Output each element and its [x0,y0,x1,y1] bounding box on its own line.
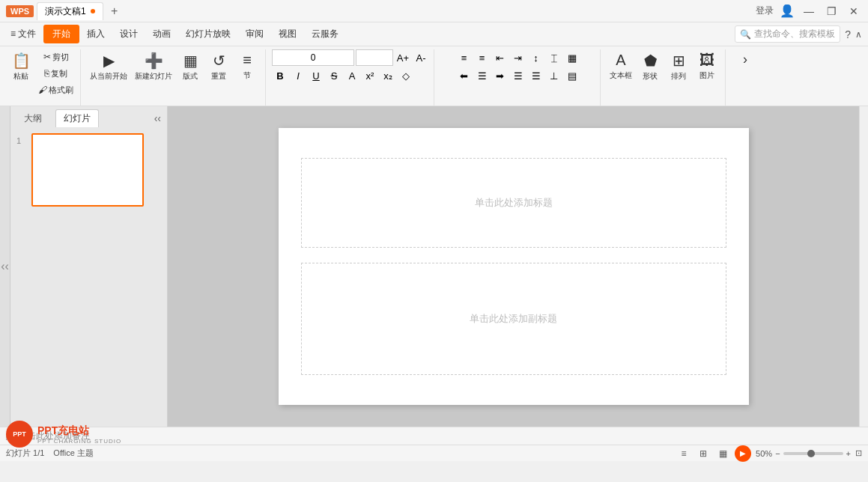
help-button[interactable]: ? [845,28,851,40]
format-painter-button[interactable]: 🖌 格式刷 [36,82,76,97]
menu-file[interactable]: ≡ 文件 [3,25,43,43]
login-button[interactable]: 登录 [756,4,774,17]
play-from-current-button[interactable]: ▶ 从当前开始 [87,49,130,84]
font-size-input[interactable] [272,49,354,66]
font-name-input[interactable] [356,49,393,66]
layout-label: 版式 [183,71,198,82]
new-slide-button[interactable]: ➕ 新建幻灯片 [132,49,175,84]
subtitle-placeholder[interactable]: 单击此处添加副标题 [301,263,726,375]
grid-view-button[interactable]: ⊞ [696,448,711,460]
search-box[interactable]: 🔍 查找命令、搜索模板 [735,25,840,43]
reader-view-button[interactable]: ▦ [715,448,730,460]
slide-canvas[interactable]: 单击此处添加标题 单击此处添加副标题 [279,128,749,405]
cut-button[interactable]: ✂ 剪切 [36,49,76,64]
more-button[interactable]: › [732,49,759,70]
canvas-area: 单击此处添加标题 单击此处添加副标题 [168,106,859,427]
menu-review[interactable]: 审阅 [238,25,271,43]
menu-slideshow[interactable]: 幻灯片放映 [178,25,238,43]
superscript-button[interactable]: x² [362,67,378,84]
menu-animation-label: 动画 [153,28,171,39]
paste-icon: 📋 [12,52,31,70]
textbox-icon: A [616,52,625,69]
zoom-thumb [807,450,815,457]
user-icon[interactable]: 👤 [780,4,795,18]
line-spacing-button[interactable]: ↕ [528,49,544,66]
vertical-align-button[interactable]: ⊥ [546,67,562,84]
title-placeholder[interactable]: 单击此处添加标题 [301,158,726,248]
wps-logo[interactable]: WPS [6,5,34,17]
slide-thumbnail[interactable] [31,133,144,207]
tab-outline[interactable]: 大纲 [16,110,49,127]
smart-art-button[interactable]: ▤ [564,67,580,84]
menu-design[interactable]: 设计 [112,25,145,43]
tab-slides[interactable]: 幻灯片 [55,109,99,127]
layout-icon: ▦ [183,52,198,70]
minimize-button[interactable]: — [801,3,817,19]
textbox-label: 文本框 [610,70,632,81]
justify-button[interactable]: ☰ [510,67,526,84]
bold-button[interactable]: B [272,67,288,84]
bullets-button[interactable]: ≡ [456,49,473,66]
restore-button[interactable]: ❐ [823,3,840,19]
underline-button[interactable]: U [308,67,324,84]
menu-insert[interactable]: 插入 [79,25,112,43]
italic-button[interactable]: I [290,67,306,84]
format-row: B I U S A x² x₂ ◇ [272,67,414,84]
menu-view[interactable]: 视图 [271,25,304,43]
increase-indent-button[interactable]: ⇥ [510,49,526,66]
strikethrough-button[interactable]: S [326,67,342,84]
clear-format-button[interactable]: ◇ [398,67,414,84]
zoom-plus-button[interactable]: + [846,449,851,458]
play-slideshow-button[interactable]: ▶ [735,445,751,462]
distributed-button[interactable]: ☰ [528,67,544,84]
ribbon-group-more: › [727,49,763,106]
numbering-button[interactable]: ≡ [474,49,491,66]
menu-home[interactable]: 开始 [43,25,79,43]
copy-button[interactable]: ⎘ 复制 [36,66,76,81]
status-left: 幻灯片 1/1 Office 主题 [6,448,94,459]
decrease-indent-button[interactable]: ⇤ [492,49,509,66]
right-panel [859,106,868,427]
paste-button[interactable]: 📋 粘贴 [7,49,34,84]
shape-icon: ⬟ [644,52,657,70]
panel-left-collapse-arrow[interactable]: ‹‹ [154,112,161,124]
menu-animation[interactable]: 动画 [145,25,178,43]
column-button[interactable]: ▦ [564,49,580,66]
ppt-logo-icon: PPT [6,421,33,448]
slide-item: 1 [16,133,161,207]
ribbon-collapse-button[interactable]: ∧ [855,29,862,40]
menu-cloud[interactable]: 云服务 [304,25,346,43]
document-tab[interactable]: 演示文稿1 [37,2,103,20]
paste-group-content: 📋 粘贴 ✂ 剪切 ⎘ 复制 🖌 格式刷 [7,49,76,106]
zoom-slider[interactable] [783,452,843,455]
align-left-button[interactable]: ⬅ [456,67,473,84]
title-bar-right: 登录 👤 — ❐ ✕ [756,3,862,19]
arrange-button[interactable]: ⊞ 排列 [665,49,692,84]
shape-button[interactable]: ⬟ 形状 [637,49,664,84]
text-direction-button[interactable]: ⌶ [546,49,562,66]
section-button[interactable]: ≡ 节 [234,49,261,83]
clipboard-buttons: ✂ 剪切 ⎘ 复制 🖌 格式刷 [36,49,76,97]
panel-collapse-button[interactable]: ‹‹ [0,106,10,427]
menu-cloud-label: 云服务 [312,28,339,39]
section-icon: ≡ [243,52,252,69]
layout-button[interactable]: ▦ 版式 [177,49,204,84]
copy-icon: ⎘ [44,68,49,79]
ppt-logo-main-text: PPT充电站 [37,424,121,438]
expand-view-button[interactable]: ⊡ [855,448,862,458]
close-button[interactable]: ✕ [846,3,862,19]
new-tab-button[interactable]: + [106,3,123,19]
image-button[interactable]: 🖼 图片 [694,49,720,83]
textbox-button[interactable]: A 文本框 [607,49,635,83]
subscript-button[interactable]: x₂ [380,67,396,84]
zoom-minus-button[interactable]: − [775,449,780,458]
increase-font-button[interactable]: A+ [395,49,411,66]
align-right-button[interactable]: ➡ [492,67,509,84]
decrease-font-button[interactable]: A- [413,49,429,66]
reset-button[interactable]: ↺ 重置 [205,49,232,84]
font-color-button[interactable]: A [344,67,360,84]
image-icon: 🖼 [699,52,714,69]
normal-view-button[interactable]: ≡ [676,448,691,460]
align-center-button[interactable]: ☰ [474,67,491,84]
cut-icon: ✂ [43,52,51,62]
